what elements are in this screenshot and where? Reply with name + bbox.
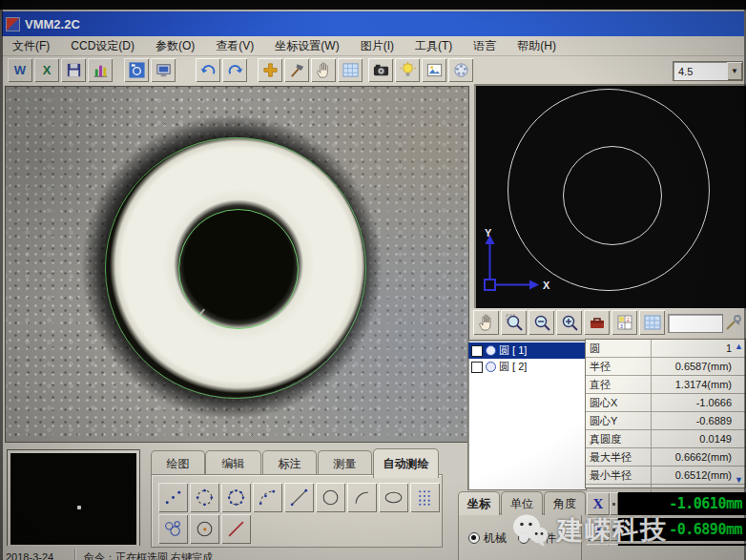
zoom-window-icon — [505, 313, 524, 332]
arc-by-points-tool-button[interactable] — [253, 483, 282, 512]
display-settings-button[interactable] — [151, 58, 176, 82]
tab-measure[interactable]: 测量 — [318, 450, 372, 476]
feature-list[interactable]: 圆 [ 1] 圆 [ 2] — [467, 340, 587, 490]
pan-hand-icon — [315, 61, 333, 79]
arc-by-points-icon — [257, 487, 279, 508]
export-word-button[interactable]: W — [8, 58, 32, 82]
zoom-fit-icon — [560, 313, 579, 332]
axis-y-label: Y — [485, 227, 492, 239]
slope-line-tool-button[interactable] — [221, 514, 251, 544]
row-label: 圆心X — [586, 394, 652, 411]
tab-annotate[interactable]: 标注 — [262, 450, 317, 476]
tab-draw[interactable]: 绘图 — [151, 450, 205, 476]
scroll-up-icon[interactable]: ▲ — [734, 342, 744, 352]
camera-live-view[interactable] — [5, 86, 469, 443]
menu-item-help[interactable]: 帮助(H) — [507, 36, 567, 56]
circle-center-tool-button[interactable] — [190, 514, 219, 544]
crosshair-plus-icon — [261, 61, 280, 79]
tab-edit[interactable]: 编辑 — [205, 450, 261, 476]
radio-dot[interactable] — [468, 532, 480, 544]
multi-circle-icon — [162, 518, 184, 540]
redo-button[interactable] — [222, 58, 247, 82]
list-item-circle-2[interactable]: 圆 [ 2] — [468, 359, 586, 375]
image-button[interactable] — [422, 58, 446, 82]
menu-item-file[interactable]: 文件(F) — [2, 36, 60, 56]
save-button[interactable] — [61, 58, 86, 82]
ellipse-tool-button[interactable] — [379, 483, 408, 512]
list-item-circle-1[interactable]: 圆 [ 1] — [468, 342, 586, 359]
feature-index-value: 1 — [652, 340, 745, 357]
export-excel-button[interactable]: X — [34, 58, 59, 82]
grid-view-button[interactable] — [639, 310, 665, 335]
pan-hand-icon — [477, 313, 496, 332]
multi-circle-tool-button[interactable] — [158, 514, 188, 544]
grid-button[interactable] — [338, 58, 363, 82]
zoom-window-button[interactable] — [501, 310, 527, 335]
row-label: 真圆度 — [586, 430, 652, 447]
points-tool-button[interactable] — [158, 483, 188, 512]
menu-item-view[interactable]: 查看(V) — [205, 36, 264, 56]
pan-view-button[interactable] — [473, 310, 499, 335]
menu-item-language[interactable]: 语言 — [463, 36, 507, 56]
circle-by-points-tool-button[interactable] — [190, 483, 219, 512]
light-bulb-icon — [399, 61, 417, 79]
cad-inner-circle — [563, 146, 662, 245]
tab-coordinate[interactable]: 坐标 — [458, 491, 500, 515]
circle-center-icon — [194, 518, 216, 540]
capture-button[interactable] — [124, 58, 149, 82]
radio-machine[interactable]: 机械 — [468, 530, 507, 547]
menu-bar: 文件(F) CCD设定(D) 参数(O) 查看(V) 坐标设置(W) 图片(I)… — [2, 36, 744, 56]
tab-auto-measure[interactable]: 自动测绘 — [373, 448, 439, 478]
zoom-out-button[interactable] — [528, 310, 554, 335]
line-tool-button[interactable] — [284, 483, 314, 512]
measurement-results-table[interactable]: 圆 1 半径 0.6587(mm) 直径 1.3174(mm) 圆心X -1.0… — [585, 339, 746, 488]
table-row: 真圆度 0.0149 — [586, 430, 745, 448]
table-row: 圆心Y -0.6889 — [586, 412, 745, 430]
magnification-dropdown[interactable]: 4.5 ▼ — [673, 61, 743, 81]
zoom-fit-button[interactable] — [556, 310, 582, 335]
undo-button[interactable] — [196, 58, 220, 82]
menu-item-coordinate-setup[interactable]: 坐标设置(W) — [264, 36, 349, 56]
menu-item-ccd-setup[interactable]: CCD设定(D) — [60, 36, 145, 56]
crosshair-plus-button[interactable] — [258, 58, 282, 82]
watermark-text: 建嵘科技 — [557, 513, 668, 548]
table-row: 直径 1.3174(mm) — [586, 376, 745, 394]
tools-button[interactable] — [722, 311, 745, 334]
circle-tool-button[interactable] — [316, 483, 345, 512]
menu-item-parameters[interactable]: 参数(O) — [145, 36, 205, 56]
window-titlebar[interactable]: VMM2.2C — [2, 11, 744, 36]
menu-item-tools[interactable]: 工具(T) — [404, 36, 463, 56]
stage-preview-window[interactable] — [8, 450, 139, 548]
camera-button[interactable] — [368, 58, 393, 82]
light-button[interactable] — [395, 58, 420, 82]
pan-button[interactable] — [311, 58, 336, 82]
report-chart-icon — [92, 61, 110, 79]
probe-button[interactable] — [284, 58, 309, 82]
cad-graphics-view[interactable]: Y X — [474, 84, 746, 311]
toolbox-button[interactable] — [584, 310, 610, 335]
points-icon — [162, 487, 184, 508]
row-value: -0.6889 — [652, 412, 745, 429]
view-toolbar-input[interactable] — [668, 314, 723, 333]
point-matrix-tool-button[interactable] — [410, 483, 440, 512]
list-item-label: 圆 [ 2] — [499, 360, 527, 374]
list-item-label: 圆 [ 1] — [499, 343, 527, 358]
menu-item-image[interactable]: 图片(I) — [350, 36, 404, 56]
zoom-out-icon — [532, 313, 551, 332]
table-row: 最大半径 0.6662(mm) — [586, 448, 745, 467]
checkbox[interactable] — [471, 345, 483, 357]
report-table-button[interactable]: 23 — [611, 310, 637, 335]
scroll-down-icon[interactable]: ▼ — [734, 475, 744, 486]
table-header-row: 圆 1 — [586, 340, 745, 358]
checkbox[interactable] — [471, 362, 483, 373]
view-toolbar: 23 — [470, 308, 746, 338]
film-reel-button[interactable] — [448, 58, 473, 82]
stage-position-dot — [77, 506, 81, 509]
axis-indicator: Y X — [482, 227, 556, 296]
arc-tool-button[interactable] — [347, 483, 377, 512]
circle-by-many-points-tool-button[interactable] — [221, 483, 251, 512]
table-row: 最小半径 0.6512(mm) — [586, 467, 745, 485]
report-chart-button[interactable] — [88, 58, 113, 82]
chevron-down-icon[interactable]: ▼ — [727, 62, 742, 80]
row-value: 0.0149 — [652, 430, 745, 447]
